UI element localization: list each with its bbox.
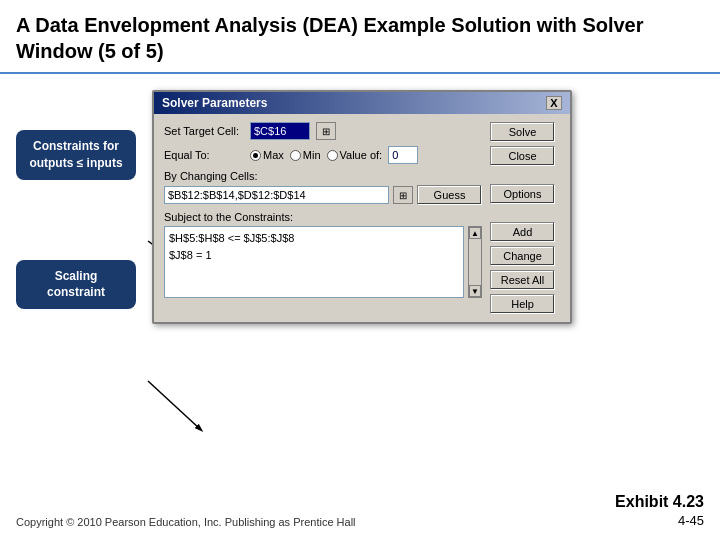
target-cell-row: Set Target Cell: ⊞ — [164, 122, 482, 140]
scroll-up-btn[interactable]: ▲ — [469, 227, 481, 239]
min-label: Min — [303, 149, 321, 161]
subject-label: Subject to the Constraints: — [164, 211, 482, 223]
options-button[interactable]: Options — [490, 184, 555, 204]
by-changing-input[interactable] — [164, 186, 389, 204]
scroll-track — [469, 239, 481, 285]
help-button[interactable]: Help — [490, 294, 555, 314]
equal-to-row: Equal To: Max Min Value of: — [164, 146, 482, 164]
constraints-box: $H$5:$H$8 <= $J$5:$J$8 $J$8 = 1 — [164, 226, 464, 298]
value-of-option[interactable]: Value of: — [327, 149, 383, 161]
equal-to-options: Max Min Value of: — [250, 146, 418, 164]
equal-to-label: Equal To: — [164, 149, 244, 161]
max-radio[interactable] — [250, 150, 261, 161]
min-option[interactable]: Min — [290, 149, 321, 161]
add-button[interactable]: Add — [490, 222, 555, 242]
constraint-1: $H$5:$H$8 <= $J$5:$J$8 — [169, 230, 459, 247]
target-cell-label: Set Target Cell: — [164, 125, 244, 137]
dialog-titlebar: Solver Parameters X — [154, 92, 570, 114]
dialog-body: Set Target Cell: ⊞ Equal To: Max — [154, 114, 570, 322]
dialog-buttons: Solve Close Options Add Change Reset All… — [490, 122, 560, 314]
solver-dialog: Solver Parameters X Set Target Cell: ⊞ E… — [152, 90, 572, 324]
copyright-text: Copyright © 2010 Pearson Education, Inc.… — [16, 516, 356, 528]
min-radio[interactable] — [290, 150, 301, 161]
spacer — [490, 170, 560, 180]
scroll-down-btn[interactable]: ▼ — [469, 285, 481, 297]
constraints-scrollbar[interactable]: ▲ ▼ — [468, 226, 482, 298]
guess-button[interactable]: Guess — [417, 185, 482, 205]
page-number: 4-45 — [678, 513, 704, 528]
value-of-radio[interactable] — [327, 150, 338, 161]
reset-all-button[interactable]: Reset All — [490, 270, 555, 290]
change-button[interactable]: Change — [490, 246, 555, 266]
main-content: Constraints for outputs ≤ inputs Scaling… — [0, 74, 720, 340]
by-changing-row: ⊞ Guess — [164, 185, 482, 205]
value-of-input[interactable] — [388, 146, 418, 164]
target-cell-browse-btn[interactable]: ⊞ — [316, 122, 336, 140]
dialog-form: Set Target Cell: ⊞ Equal To: Max — [164, 122, 482, 314]
footer: Copyright © 2010 Pearson Education, Inc.… — [16, 493, 704, 528]
constraint-2: $J$8 = 1 — [169, 247, 459, 264]
constraints-badge: Constraints for outputs ≤ inputs — [16, 130, 136, 180]
page-title: A Data Envelopment Analysis (DEA) Exampl… — [16, 12, 704, 64]
annotation-labels: Constraints for outputs ≤ inputs Scaling… — [16, 90, 136, 324]
scaling-badge: Scaling constraint — [16, 260, 136, 310]
close-button[interactable]: Close — [490, 146, 555, 166]
dialog-title: Solver Parameters — [162, 96, 267, 110]
dialog-close-button[interactable]: X — [546, 96, 562, 110]
page-header: A Data Envelopment Analysis (DEA) Exampl… — [0, 0, 720, 74]
max-label: Max — [263, 149, 284, 161]
constraints-wrapper: $H$5:$H$8 <= $J$5:$J$8 $J$8 = 1 ▲ ▼ — [164, 226, 482, 298]
value-of-label: Value of: — [340, 149, 383, 161]
max-option[interactable]: Max — [250, 149, 284, 161]
svg-line-1 — [148, 381, 200, 429]
footer-right: Exhibit 4.23 4-45 — [615, 493, 704, 528]
by-changing-browse-btn[interactable]: ⊞ — [393, 186, 413, 204]
exhibit-label: Exhibit 4.23 — [615, 493, 704, 511]
spacer2 — [490, 208, 560, 218]
by-changing-label: By Changing Cells: — [164, 170, 482, 182]
target-cell-input[interactable] — [250, 122, 310, 140]
solve-button[interactable]: Solve — [490, 122, 555, 142]
